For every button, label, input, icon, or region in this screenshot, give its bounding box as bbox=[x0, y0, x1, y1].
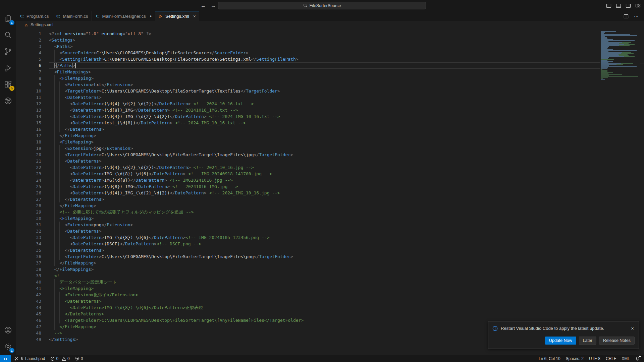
accounts-icon[interactable] bbox=[2, 324, 14, 336]
code-line[interactable]: <DatePattern>test_(\d{8})</DatePattern> … bbox=[49, 120, 644, 126]
code-line[interactable]: <DatePattern>(\d{4})_IMG_(\d{2}_\d{2})</… bbox=[49, 113, 644, 120]
code-line[interactable]: <!-- 必要に応じて他の拡張子とフォルダのマッピングを追加 --> bbox=[49, 209, 644, 215]
code-line[interactable]: <Extension>txt</Extension> bbox=[49, 81, 644, 88]
toggle-secondary-sidebar-icon[interactable] bbox=[625, 3, 631, 8]
radio-tower-icon bbox=[75, 357, 79, 361]
code-line[interactable]: </DatePatterns> bbox=[49, 196, 644, 202]
code-line[interactable]: <DatePatterns> bbox=[49, 158, 644, 164]
eol-item[interactable]: CRLF bbox=[606, 356, 616, 361]
code-line[interactable]: <FileMappings> bbox=[49, 69, 644, 75]
update-now-button[interactable]: Update Now bbox=[545, 337, 576, 345]
code-line[interactable]: <DatePattern>(\d{8})_IMG</DatePattern> <… bbox=[49, 107, 644, 113]
line-number: 10 bbox=[16, 88, 41, 94]
code-line[interactable]: <SourceFolder>C:\Users\CLOPGAMES\Desktop… bbox=[49, 50, 644, 56]
modified-dot-icon[interactable]: ● bbox=[150, 14, 152, 18]
nav-back-icon[interactable]: ← bbox=[201, 3, 206, 8]
later-button[interactable]: Later bbox=[579, 337, 597, 345]
code-line[interactable]: <DatePattern>(\d{4}_\d{2}_\d{2})</DatePa… bbox=[49, 101, 644, 107]
code-line[interactable]: <DatePattern>IMG(\d{8})</DatePattern> <!… bbox=[49, 177, 644, 183]
code-line[interactable]: <DatePattern>(\d{4}_\d{2}_\d{2})</DatePa… bbox=[49, 164, 644, 171]
code-line[interactable]: <FileMapping> bbox=[49, 215, 644, 222]
code-line[interactable]: <FileMapping> bbox=[49, 139, 644, 145]
code-line[interactable]: <SettingFilePath>C:\Users\CLOPGAMES\Desk… bbox=[49, 56, 644, 62]
split-editor-icon[interactable] bbox=[623, 13, 629, 19]
bell-badge-dot bbox=[639, 356, 641, 357]
code-line[interactable]: </DatePatterns> bbox=[49, 311, 644, 317]
line-number: 30 bbox=[16, 215, 41, 222]
line-number: 18 bbox=[16, 139, 41, 145]
code-line[interactable]: <?xml version="1.0" encoding="utf-8" ?> bbox=[49, 31, 644, 37]
search-view-icon[interactable] bbox=[2, 29, 14, 41]
code-editor[interactable]: <?xml version="1.0" encoding="utf-8" ?><… bbox=[49, 31, 644, 343]
code-line[interactable]: <TargetFolder>C:\Users\CLOPGAMES\Desktop… bbox=[49, 152, 644, 158]
code-line[interactable]: <Settings> bbox=[49, 37, 644, 43]
close-tab-icon[interactable]: × bbox=[193, 14, 196, 19]
cursor-position-item[interactable]: Ln 6, Col 10 bbox=[539, 356, 560, 361]
remote-explorer-icon[interactable] bbox=[2, 95, 14, 107]
command-center-search[interactable]: FileSorterSource bbox=[218, 2, 426, 9]
minimap[interactable] bbox=[601, 31, 639, 80]
line-number: 16 bbox=[16, 126, 41, 132]
code-line[interactable]: <FileMapping> bbox=[49, 285, 644, 292]
breadcrumb[interactable]: Settings.xml bbox=[16, 21, 644, 28]
csharp-icon: C bbox=[56, 14, 61, 19]
code-line[interactable]: <Extension>png</Extension> bbox=[49, 222, 644, 228]
code-line[interactable]: </FileMapping> bbox=[49, 260, 644, 266]
close-notification-icon[interactable]: × bbox=[630, 325, 635, 331]
code-line[interactable]: <!-- bbox=[49, 273, 644, 279]
code-line[interactable]: <DatePatterns> bbox=[49, 228, 644, 234]
code-line[interactable]: </FileMapping> bbox=[49, 202, 644, 209]
remote-indicator[interactable] bbox=[0, 355, 11, 362]
extensions-icon[interactable]: ⚠ bbox=[2, 79, 14, 90]
code-line[interactable]: <DatePattern>IMG_(\d{8})_\d{6}</DatePatt… bbox=[49, 171, 644, 177]
code-line[interactable]: </Paths> bbox=[49, 62, 600, 69]
code-line[interactable]: </DatePatterns> bbox=[49, 247, 644, 253]
code-line[interactable]: </FileMappings> bbox=[49, 266, 644, 273]
code-line[interactable]: <DatePatterns> bbox=[49, 298, 644, 304]
release-notes-button[interactable]: Release Notes bbox=[599, 337, 635, 345]
code-line[interactable]: <Extension>拡張子</Extension> bbox=[49, 292, 644, 298]
explorer-badge: 1 bbox=[9, 20, 14, 25]
source-control-icon[interactable] bbox=[2, 46, 14, 57]
code-line[interactable]: <Paths> bbox=[49, 43, 644, 50]
toggle-primary-sidebar-icon[interactable] bbox=[606, 3, 611, 8]
ports-status-item[interactable]: 0 bbox=[75, 356, 83, 361]
code-line[interactable]: <FileMapping> bbox=[49, 75, 644, 81]
launchpad-status-item[interactable]: Launchpad bbox=[14, 356, 45, 361]
code-line[interactable]: <DatePattern>IMG_(\d{8})_\d{6}</DatePatt… bbox=[49, 234, 644, 241]
indentation-item[interactable]: Spaces: 2 bbox=[566, 356, 584, 361]
tab-program-cs[interactable]: C Program.cs bbox=[16, 11, 52, 21]
csharp-icon: C bbox=[19, 14, 24, 19]
toggle-panel-icon[interactable] bbox=[615, 3, 621, 8]
line-number: 25 bbox=[16, 183, 41, 190]
code-line[interactable]: </FileMapping> bbox=[49, 132, 644, 139]
code-line[interactable]: <DatePattern>(\d{8})_IMG</DatePattern> <… bbox=[49, 183, 644, 190]
code-line[interactable]: </DatePatterns> bbox=[49, 126, 644, 132]
more-actions-icon[interactable]: ⋯ bbox=[634, 13, 639, 19]
code-line[interactable]: <TargetFolder>C:\Users\CLOPGAMES\Desktop… bbox=[49, 88, 644, 94]
run-debug-icon[interactable] bbox=[2, 62, 14, 74]
tab-mainform-designer-cs[interactable]: C MainForm.Designer.cs ● bbox=[92, 11, 155, 21]
customize-layout-icon[interactable] bbox=[635, 3, 641, 8]
notifications-bell-icon[interactable] bbox=[635, 356, 640, 361]
code-line[interactable]: <DatePatterns> bbox=[49, 94, 644, 101]
tab-mainform-cs[interactable]: C MainForm.cs bbox=[52, 11, 92, 21]
command-center-text: FileSorterSource bbox=[310, 3, 341, 8]
code-line[interactable]: <DatePattern>(\d{4})_IMG_(\d{2}_\d{2})</… bbox=[49, 190, 644, 196]
code-line[interactable]: <DatePattern>(DSCF)</DatePattern><!-- DS… bbox=[49, 241, 644, 247]
line-number: 45 bbox=[16, 311, 41, 317]
code-line[interactable]: <Extension>jpg</Extension> bbox=[49, 145, 644, 152]
line-number: 8 bbox=[16, 75, 41, 81]
line-number: 46 bbox=[16, 317, 41, 323]
encoding-item[interactable]: UTF-8 bbox=[589, 356, 600, 361]
line-number: 15 bbox=[16, 120, 41, 126]
code-line[interactable]: <TargetFolder>C:\Users\CLOPGAMES\Desktop… bbox=[49, 253, 644, 260]
explorer-icon[interactable]: 1 bbox=[2, 13, 14, 24]
language-mode-item[interactable]: XML bbox=[622, 356, 630, 361]
nav-forward-icon[interactable]: → bbox=[211, 3, 216, 8]
code-line[interactable]: <DatePattern>IMG_(\d{8})_\d{6}</DatePatt… bbox=[49, 304, 644, 311]
tab-settings-xml[interactable]: Settings.xml × bbox=[155, 11, 199, 21]
settings-gear-icon[interactable]: 1 bbox=[2, 341, 14, 352]
problems-status-item[interactable]: 0 0 bbox=[50, 356, 69, 361]
code-line[interactable]: データパターン設定用シート bbox=[49, 279, 644, 285]
